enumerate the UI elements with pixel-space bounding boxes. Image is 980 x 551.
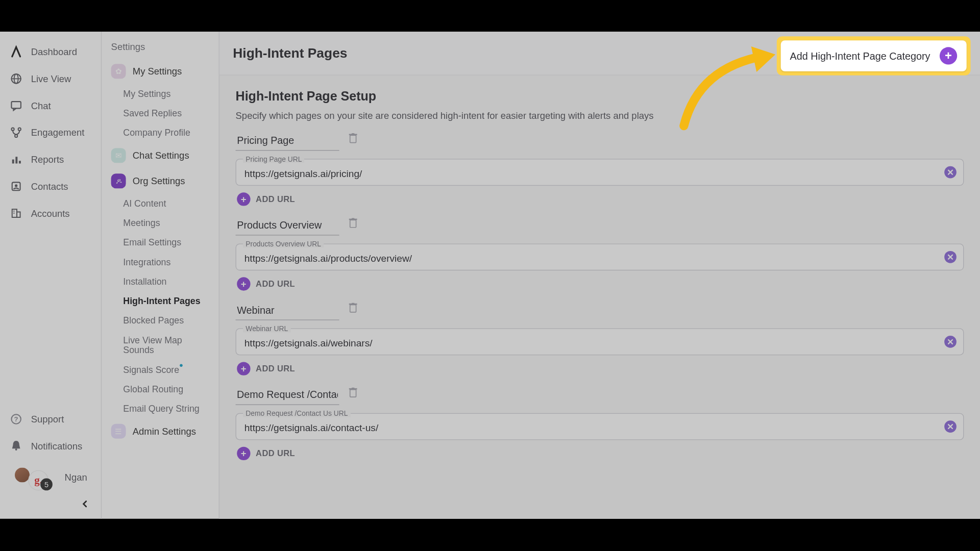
svg-point-18	[15, 448, 17, 450]
category-block: Demo Request /Contact Us URL +ADD URL	[236, 385, 964, 460]
branch-icon	[9, 126, 22, 139]
nav-notifications[interactable]: Notifications	[0, 433, 101, 460]
category-name-input[interactable]	[236, 300, 339, 320]
sub-email-query-string[interactable]: Email Query String	[102, 399, 218, 418]
primary-nav: Dashboard Live View Chat Engagement Repo…	[0, 32, 102, 519]
url-input[interactable]	[244, 168, 937, 179]
add-url-button[interactable]: +ADD URL	[237, 362, 295, 375]
svg-rect-15	[13, 213, 14, 214]
gear-icon: ✿	[111, 64, 126, 79]
svg-rect-30	[352, 387, 354, 388]
cta-highlight: Add High-Intent Page Category +	[776, 36, 970, 75]
svg-rect-27	[352, 303, 354, 304]
contact-icon	[9, 180, 22, 193]
url-input[interactable]	[244, 253, 937, 264]
category-name-input[interactable]	[236, 215, 339, 236]
building-icon	[9, 207, 22, 220]
add-category-button[interactable]: Add High-Intent Page Category +	[780, 40, 967, 71]
svg-rect-19	[350, 135, 356, 142]
nav-reports[interactable]: Reports	[0, 146, 101, 173]
section-admin-settings[interactable]: ☰ Admin Settings	[102, 418, 218, 444]
setup-heading: High-Intent Page Setup	[236, 89, 964, 104]
sub-my-settings[interactable]: My Settings	[102, 84, 218, 104]
close-icon	[947, 169, 953, 176]
clear-url-button[interactable]	[944, 420, 957, 433]
plus-icon: +	[237, 277, 250, 290]
org-icon: ዶ	[111, 173, 126, 188]
sub-installation[interactable]: Installation	[102, 272, 218, 291]
sub-meetings[interactable]: Meetings	[102, 213, 218, 233]
url-field: Webinar URL	[236, 329, 964, 356]
sub-signals-score[interactable]: Signals Score•	[102, 360, 218, 380]
logo-icon	[9, 45, 22, 58]
close-icon	[947, 338, 953, 345]
plus-icon: +	[237, 447, 250, 460]
svg-rect-9	[19, 161, 21, 163]
section-chat-settings[interactable]: ✉ Chat Settings	[102, 143, 218, 168]
svg-rect-22	[350, 220, 356, 228]
page-title: High-Intent Pages	[233, 45, 347, 61]
section-my-settings[interactable]: ✿ My Settings	[102, 59, 218, 84]
sub-high-intent-pages[interactable]: High-Intent Pages	[102, 291, 218, 311]
clear-url-button[interactable]	[944, 166, 957, 179]
add-url-button[interactable]: +ADD URL	[237, 447, 295, 460]
nav-chat[interactable]: Chat	[0, 92, 101, 119]
plus-icon: +	[237, 362, 250, 375]
sub-integrations[interactable]: Integrations	[102, 253, 218, 272]
collapse-sidebar[interactable]	[0, 494, 101, 512]
svg-rect-3	[11, 102, 20, 108]
trash-icon	[349, 303, 357, 313]
sub-company-profile[interactable]: Company Profile	[102, 123, 218, 142]
nav-dashboard[interactable]: Dashboard	[0, 38, 101, 65]
clear-url-button[interactable]	[944, 251, 957, 263]
category-name-input[interactable]	[236, 131, 339, 151]
category-name-input[interactable]	[236, 385, 339, 405]
sub-email-settings[interactable]: Email Settings	[102, 233, 218, 252]
svg-rect-8	[15, 157, 17, 163]
nav-engagement[interactable]: Engagement	[0, 119, 101, 146]
admin-icon: ☰	[111, 424, 126, 439]
sub-blocked-pages[interactable]: Blocked Pages	[102, 311, 218, 330]
add-url-button[interactable]: +ADD URL	[237, 192, 295, 206]
category-block: Pricing Page URL +ADD URL	[236, 131, 964, 206]
delete-category-button[interactable]	[349, 303, 357, 315]
add-url-button[interactable]: +ADD URL	[237, 277, 295, 290]
url-label: Pricing Page URL	[243, 155, 305, 163]
url-input[interactable]	[244, 422, 937, 433]
delete-category-button[interactable]	[349, 387, 357, 400]
nav-live-view[interactable]: Live View	[0, 65, 101, 92]
delete-category-button[interactable]	[349, 218, 357, 231]
sub-saved-replies[interactable]: Saved Replies	[102, 104, 218, 123]
url-label: Demo Request /Contact Us URL	[243, 409, 351, 417]
url-input[interactable]	[244, 338, 937, 348]
clear-url-button[interactable]	[944, 336, 957, 348]
close-icon	[947, 254, 953, 260]
svg-rect-25	[350, 305, 356, 312]
chat-icon	[9, 99, 22, 112]
plus-icon: +	[237, 192, 250, 206]
svg-point-4	[11, 128, 14, 131]
setup-desc: Specify which pages on your site are con…	[236, 110, 964, 121]
settings-nav: Settings ✿ My Settings My Settings Saved…	[102, 32, 219, 519]
svg-point-6	[15, 135, 17, 137]
bell-icon	[9, 439, 22, 453]
sub-global-routing[interactable]: Global Routing	[102, 380, 218, 399]
chat-settings-icon: ✉	[111, 148, 126, 163]
nav-accounts[interactable]: Accounts	[0, 200, 101, 227]
nav-user[interactable]: g. Ngan 5	[0, 460, 101, 495]
nav-contacts[interactable]: Contacts	[0, 173, 101, 200]
svg-point-5	[18, 128, 21, 131]
nav-support[interactable]: ? Support	[0, 406, 101, 433]
svg-text:?: ?	[14, 415, 18, 423]
delete-category-button[interactable]	[349, 133, 357, 145]
close-icon	[947, 423, 953, 430]
sub-ai-content[interactable]: AI Content	[102, 194, 218, 213]
svg-rect-7	[12, 160, 14, 164]
url-field: Pricing Page URL	[236, 159, 964, 186]
trash-icon	[349, 218, 357, 228]
svg-rect-21	[352, 133, 354, 134]
help-icon: ?	[9, 412, 22, 425]
section-org-settings[interactable]: ዶ Org Settings	[102, 168, 218, 194]
chevron-left-icon	[81, 500, 89, 508]
sub-live-view-sounds[interactable]: Live View Map Sounds	[102, 331, 218, 360]
